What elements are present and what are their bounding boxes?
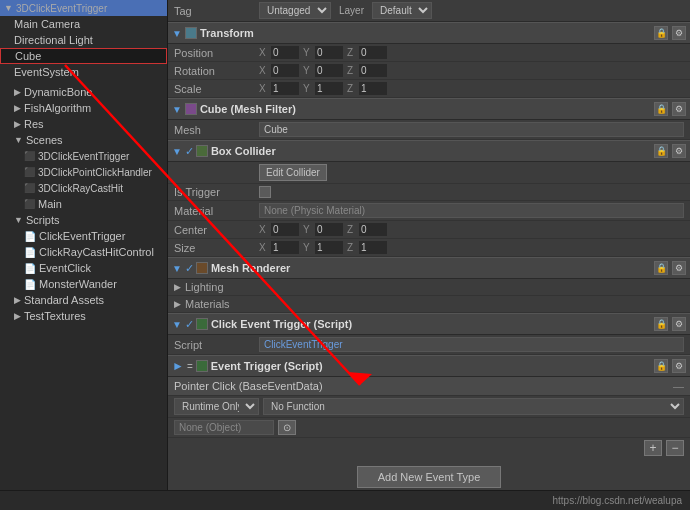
- mesh-row: Mesh Cube: [168, 120, 690, 140]
- box-collider-gear-icon[interactable]: ⚙: [672, 144, 686, 158]
- collider-material-value: None (Physic Material): [259, 203, 684, 218]
- z-label: Z: [347, 47, 357, 58]
- mesh-renderer-gear-icon[interactable]: ⚙: [672, 261, 686, 275]
- hierarchy-item-eventclick[interactable]: 📄 EventClick: [0, 260, 167, 276]
- function-select[interactable]: No Function: [263, 398, 684, 415]
- edit-collider-row: Edit Collider: [168, 162, 690, 184]
- cet-lock-icon[interactable]: 🔒: [654, 317, 668, 331]
- center-x-input[interactable]: [271, 223, 299, 236]
- hierarchy-item-scene2[interactable]: ⬛ 3DClickPointClickHandler: [0, 164, 167, 180]
- mesh-filter-icon: [185, 103, 197, 115]
- size-x-input[interactable]: [271, 241, 299, 254]
- et-lock-icon[interactable]: 🔒: [654, 359, 668, 373]
- mesh-filter-expand-icon: ▼: [172, 104, 182, 115]
- materials-row: ▶ Materials: [168, 296, 690, 313]
- cy-label: Y: [303, 224, 313, 235]
- item-label: ClickEventTrigger: [39, 230, 125, 242]
- pointer-click-minus[interactable]: —: [673, 380, 684, 392]
- is-trigger-checkbox[interactable]: [259, 186, 271, 198]
- cet-script-value: ClickEventTrigger: [259, 337, 684, 352]
- object-picker-icon[interactable]: ⊙: [278, 420, 296, 435]
- hierarchy-item-dynamicbone[interactable]: ▶ DynamicBone: [0, 84, 167, 100]
- transform-gear-icon[interactable]: ⚙: [672, 26, 686, 40]
- mesh-renderer-title: Mesh Renderer: [211, 262, 290, 274]
- hierarchy-item-main[interactable]: ⬛ Main: [0, 196, 167, 212]
- add-entry-button[interactable]: +: [644, 440, 662, 456]
- tag-select[interactable]: Untagged: [259, 2, 331, 19]
- scale-fields: X Y Z: [259, 82, 684, 95]
- hierarchy-item-testtextures[interactable]: ▶ TestTextures: [0, 308, 167, 324]
- remove-entry-button[interactable]: −: [666, 440, 684, 456]
- click-event-trigger-header[interactable]: ▼ ✓ Click Event Trigger (Script) 🔒 ⚙: [168, 313, 690, 335]
- layer-select[interactable]: Default: [372, 2, 432, 19]
- folder-arrow: ▶: [14, 295, 21, 305]
- position-z-input[interactable]: [359, 46, 387, 59]
- item-label: DynamicBone: [24, 86, 92, 98]
- script-icon: 📄: [24, 247, 36, 258]
- edit-collider-button[interactable]: Edit Collider: [259, 164, 327, 181]
- size-label: Size: [174, 242, 259, 254]
- position-row: Position X Y Z: [168, 44, 690, 62]
- hierarchy-item-eventsystem[interactable]: EventSystem: [0, 64, 167, 80]
- materials-arrow: ▶: [174, 299, 181, 309]
- position-z-field: Z: [347, 46, 387, 59]
- hierarchy-item-res[interactable]: ▶ Res: [0, 116, 167, 132]
- mesh-value: Cube: [259, 122, 684, 137]
- add-new-event-button[interactable]: Add New Event Type: [357, 466, 502, 488]
- hierarchy-item-main-camera[interactable]: Main Camera: [0, 16, 167, 32]
- scene-icon: ⬛: [24, 167, 35, 177]
- sz-label: Z: [347, 83, 357, 94]
- item-label: 3DClickEventTrigger: [38, 151, 129, 162]
- position-y-input[interactable]: [315, 46, 343, 59]
- box-collider-lock-icon[interactable]: 🔒: [654, 144, 668, 158]
- folder-arrow: ▶: [14, 103, 21, 113]
- hierarchy-item-standardassets[interactable]: ▶ Standard Assets: [0, 292, 167, 308]
- hierarchy-item-scenes[interactable]: ▼ Scenes: [0, 132, 167, 148]
- tag-label: Tag: [174, 5, 259, 17]
- event-trigger-header[interactable]: ► = Event Trigger (Script) 🔒 ⚙: [168, 355, 690, 377]
- scale-label: Scale: [174, 83, 259, 95]
- center-label: Center: [174, 224, 259, 236]
- hierarchy-item-directional-light[interactable]: Directional Light: [0, 32, 167, 48]
- runtime-select[interactable]: Runtime Only: [174, 398, 259, 415]
- item-label: EventSystem: [14, 66, 79, 78]
- cet-gear-icon[interactable]: ⚙: [672, 317, 686, 331]
- rotation-y-input[interactable]: [315, 64, 343, 77]
- mesh-filter-header[interactable]: ▼ Cube (Mesh Filter) 🔒 ⚙: [168, 98, 690, 120]
- expand-arrow: ▼: [4, 3, 13, 13]
- transform-lock-icon[interactable]: 🔒: [654, 26, 668, 40]
- is-trigger-label: Is Trigger: [174, 186, 259, 198]
- hierarchy-item-clickeventtrigger[interactable]: 📄 ClickEventTrigger: [0, 228, 167, 244]
- center-row: Center X Y Z: [168, 221, 690, 239]
- box-collider-header[interactable]: ▼ ✓ Box Collider 🔒 ⚙: [168, 140, 690, 162]
- hierarchy-item-scripts[interactable]: ▼ Scripts: [0, 212, 167, 228]
- hierarchy-item-monsterwander[interactable]: 📄 MonsterWander: [0, 276, 167, 292]
- rotation-fields: X Y Z: [259, 64, 684, 77]
- size-y-input[interactable]: [315, 241, 343, 254]
- mesh-renderer-header[interactable]: ▼ ✓ Mesh Renderer 🔒 ⚙: [168, 257, 690, 279]
- mesh-filter-lock-icon[interactable]: 🔒: [654, 102, 668, 116]
- hierarchy-item-fishalgorithm[interactable]: ▶ FishAlgorithm: [0, 100, 167, 116]
- hierarchy-item-3dclickeventtrigger[interactable]: ▼ 3DClickEventTrigger: [0, 0, 167, 16]
- scale-z-input[interactable]: [359, 82, 387, 95]
- mesh-filter-gear-icon[interactable]: ⚙: [672, 102, 686, 116]
- item-label: Scripts: [26, 214, 60, 226]
- rotation-z-input[interactable]: [359, 64, 387, 77]
- scale-x-input[interactable]: [271, 82, 299, 95]
- hierarchy-item-scene1[interactable]: ⬛ 3DClickEventTrigger: [0, 148, 167, 164]
- cx-label: X: [259, 224, 269, 235]
- center-y-input[interactable]: [315, 223, 343, 236]
- position-x-field: X: [259, 46, 299, 59]
- rotation-x-input[interactable]: [271, 64, 299, 77]
- hierarchy-item-clickraycast[interactable]: 📄 ClickRayCastHitControl: [0, 244, 167, 260]
- hierarchy-item-cube[interactable]: Cube: [0, 48, 167, 64]
- mesh-renderer-lock-icon[interactable]: 🔒: [654, 261, 668, 275]
- sy-label: Y: [303, 83, 313, 94]
- size-z-input[interactable]: [359, 241, 387, 254]
- center-z-input[interactable]: [359, 223, 387, 236]
- et-gear-icon[interactable]: ⚙: [672, 359, 686, 373]
- transform-header[interactable]: ▼ Transform 🔒 ⚙: [168, 22, 690, 44]
- scale-y-input[interactable]: [315, 82, 343, 95]
- hierarchy-item-scene3[interactable]: ⬛ 3DClickRayCastHit: [0, 180, 167, 196]
- position-x-input[interactable]: [271, 46, 299, 59]
